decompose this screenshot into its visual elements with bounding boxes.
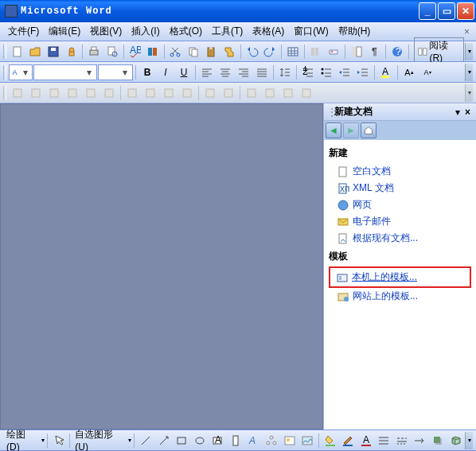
shadow-icon[interactable] <box>429 432 447 449</box>
format-painter-icon[interactable] <box>220 43 238 60</box>
diagram-icon[interactable] <box>263 432 280 449</box>
autoshapes-menu[interactable]: 自选图形(U) <box>72 428 127 451</box>
font-color-icon[interactable]: A <box>357 432 375 449</box>
arrow-icon[interactable] <box>155 432 173 449</box>
toolbar-options-icon[interactable]: ▾ <box>465 84 473 102</box>
toolbar-options-icon[interactable]: ▾ <box>465 432 473 449</box>
reading-layout-button[interactable]: 阅读(R) <box>414 37 465 65</box>
font-size-combo[interactable]: ▾ <box>98 64 133 80</box>
draw-menu[interactable]: 绘图(D) <box>4 428 41 451</box>
show-marks-icon[interactable]: ¶ <box>366 43 384 60</box>
decrease-indent-icon[interactable] <box>336 64 353 81</box>
drawing-toolbar-icon[interactable] <box>325 43 342 60</box>
link-blank-document[interactable]: 空白文档 <box>329 163 471 180</box>
shrink-font-icon[interactable]: A▾ <box>419 64 436 81</box>
toolbar-options-icon[interactable]: ▾ <box>465 43 473 60</box>
undo-icon[interactable] <box>244 43 261 60</box>
align-left-icon[interactable] <box>198 64 216 81</box>
toolbar-grip[interactable] <box>3 45 6 59</box>
svg-rect-20 <box>315 48 318 56</box>
toolbar-grip[interactable] <box>3 65 6 80</box>
svg-rect-0 <box>14 47 21 56</box>
maximize-button[interactable]: ▭ <box>438 2 455 20</box>
vertical-textbox-icon[interactable] <box>227 432 244 449</box>
minimize-button[interactable]: _ <box>419 2 436 20</box>
line-style-icon[interactable] <box>376 432 393 449</box>
svg-rect-22 <box>352 47 356 56</box>
line-color-icon[interactable] <box>339 432 357 449</box>
permission-icon[interactable] <box>63 43 80 60</box>
columns-icon[interactable] <box>307 43 325 60</box>
italic-button[interactable]: I <box>157 64 174 81</box>
3d-icon[interactable] <box>447 432 465 449</box>
research-icon[interactable] <box>144 43 162 60</box>
link-web-page[interactable]: 网页 <box>329 196 471 213</box>
svg-rect-72 <box>302 437 312 445</box>
paste-icon[interactable] <box>203 43 220 60</box>
nav-home-icon[interactable] <box>361 122 377 138</box>
task-pane-close-icon[interactable]: × <box>462 107 473 118</box>
toolbar-grip[interactable] <box>3 86 6 100</box>
redo-icon[interactable] <box>262 43 279 60</box>
menu-tools[interactable]: 工具(T) <box>207 23 248 40</box>
arrow-style-icon[interactable] <box>412 432 429 449</box>
align-justify-icon[interactable] <box>253 64 271 81</box>
insert-table-icon[interactable] <box>284 43 302 60</box>
nav-back-icon[interactable]: ◄ <box>326 122 341 138</box>
save-icon[interactable] <box>45 43 62 60</box>
fill-color-icon[interactable] <box>322 432 339 449</box>
underline-button[interactable]: U <box>175 64 193 81</box>
clipart-icon[interactable] <box>281 432 298 449</box>
menu-help[interactable]: 帮助(H) <box>334 23 376 40</box>
dash-style-icon[interactable] <box>393 432 411 449</box>
document-area[interactable] <box>0 103 323 430</box>
oval-icon[interactable] <box>191 432 209 449</box>
line-spacing-icon[interactable] <box>276 64 294 81</box>
svg-rect-38 <box>68 89 76 97</box>
insert-picture-icon[interactable] <box>298 432 316 449</box>
window-close-button[interactable]: ✕ <box>457 2 474 20</box>
style-combo[interactable]: A▾ <box>9 64 33 80</box>
select-objects-icon[interactable] <box>50 432 68 449</box>
menu-edit[interactable]: 编辑(E) <box>44 23 85 40</box>
menu-expand-icon[interactable]: × <box>461 25 473 39</box>
align-center-icon[interactable] <box>217 64 234 81</box>
link-web-templates[interactable]: 网站上的模板... <box>329 288 471 305</box>
toolbar-options-icon[interactable]: ▾ <box>465 64 473 81</box>
increase-indent-icon[interactable] <box>354 64 372 81</box>
wordart-icon[interactable]: A <box>245 432 263 449</box>
font-name-combo[interactable]: ▾ <box>33 64 97 80</box>
copy-icon[interactable] <box>185 43 202 60</box>
cut-icon[interactable] <box>167 43 185 60</box>
highlight-color-icon[interactable]: A <box>377 64 395 81</box>
menu-table[interactable]: 表格(A) <box>248 23 289 40</box>
svg-rect-34 <box>381 76 389 78</box>
print-preview-icon[interactable] <box>103 43 121 60</box>
menu-window[interactable]: 窗口(W) <box>289 23 333 40</box>
menu-view[interactable]: 视图(V) <box>85 23 127 40</box>
svg-point-69 <box>273 441 276 445</box>
menu-format[interactable]: 格式(O) <box>165 23 207 40</box>
menu-file[interactable]: 文件(F) <box>3 23 44 40</box>
link-xml-document[interactable]: xml XML 文档 <box>329 180 471 196</box>
menu-insert[interactable]: 插入(I) <box>127 23 164 40</box>
bold-button[interactable]: B <box>139 64 156 81</box>
open-icon[interactable] <box>27 43 45 60</box>
textbox-icon[interactable]: A <box>209 432 227 449</box>
link-local-templates[interactable]: 本机上的模板... <box>331 269 469 286</box>
help-icon[interactable]: ? <box>388 43 406 60</box>
line-icon[interactable] <box>137 432 154 449</box>
new-document-icon[interactable] <box>9 43 26 60</box>
numbered-list-icon[interactable]: 12 <box>299 64 317 81</box>
align-right-icon[interactable] <box>235 64 252 81</box>
print-icon[interactable] <box>85 43 103 60</box>
svg-rect-37 <box>50 89 58 97</box>
bulleted-list-icon[interactable] <box>318 64 335 81</box>
grow-font-icon[interactable]: A▴ <box>400 64 418 81</box>
task-pane-dropdown-icon[interactable]: ▾ <box>453 107 462 118</box>
doc-map-icon[interactable] <box>348 43 365 60</box>
link-email[interactable]: 电子邮件 <box>329 213 471 230</box>
rectangle-icon[interactable] <box>174 432 191 449</box>
spelling-icon[interactable]: ABC <box>126 43 143 60</box>
link-from-existing[interactable]: 根据现有文档... <box>329 230 471 247</box>
